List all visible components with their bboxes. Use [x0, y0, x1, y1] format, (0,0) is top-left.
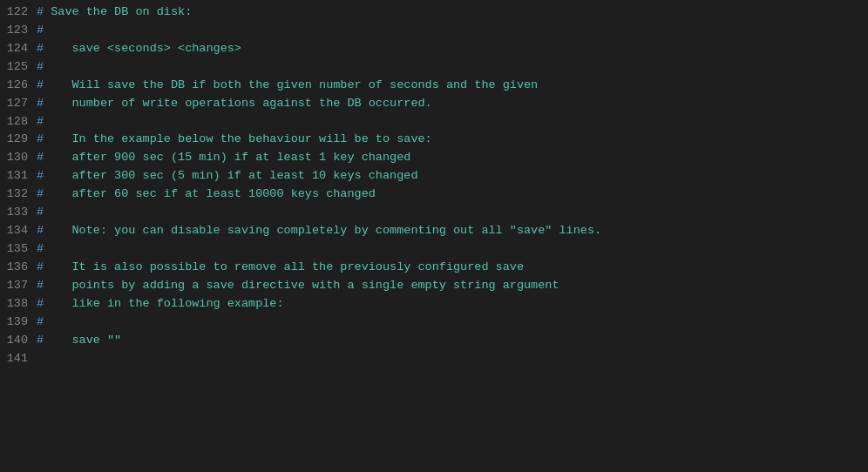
line-content: # number of write operations against the… — [37, 95, 432, 113]
line-number: 125 — [0, 58, 37, 77]
code-line: 136# It is also possible to remove all t… — [0, 259, 868, 277]
code-line: 128# — [0, 113, 868, 131]
hash-symbol: # — [37, 297, 44, 310]
code-line: 123# — [0, 22, 868, 40]
code-line: 140# save "" — [0, 332, 868, 350]
line-content: # after 300 sec (5 min) if at least 10 k… — [37, 167, 417, 185]
line-number: 135 — [0, 240, 37, 259]
line-content: # like in the following example: — [37, 295, 284, 314]
line-content: # points by adding a save directive with… — [37, 277, 559, 295]
line-number: 140 — [0, 332, 37, 350]
comment-text: after 900 sec (15 min) if at least 1 key… — [44, 151, 410, 164]
line-content: # — [37, 113, 44, 131]
line-number: 141 — [0, 350, 37, 368]
code-line: 126# Will save the DB if both the given … — [0, 77, 868, 95]
code-line: 133# — [0, 204, 868, 222]
comment-text: In the example below the behaviour will … — [44, 132, 432, 145]
line-content: # Will save the DB if both the given num… — [37, 77, 538, 95]
line-number: 129 — [0, 131, 37, 149]
line-number: 126 — [0, 77, 37, 95]
hash-symbol: # — [37, 97, 44, 110]
comment-text: save "" — [44, 334, 121, 347]
hash-symbol: # — [37, 5, 44, 18]
comment-text: points by adding a save directive with a… — [44, 279, 559, 292]
comment-text: It is also possible to remove all the pr… — [44, 260, 524, 273]
comment-text: Note: you can disable saving completely … — [44, 224, 601, 237]
line-number: 138 — [0, 295, 37, 314]
hash-symbol: # — [37, 224, 44, 237]
line-number: 132 — [0, 185, 37, 204]
line-content: # — [37, 314, 44, 332]
comment-text: Will save the DB if both the given numbe… — [44, 78, 538, 91]
code-line: 141 — [0, 350, 868, 368]
hash-symbol: # — [37, 78, 44, 91]
code-line: 130# after 900 sec (15 min) if at least … — [0, 149, 868, 167]
line-number: 137 — [0, 277, 37, 295]
hash-symbol: # — [37, 315, 44, 328]
line-content: # save "" — [37, 332, 121, 350]
line-content: # — [37, 240, 44, 259]
hash-symbol: # — [37, 60, 44, 73]
code-line: 125# — [0, 58, 868, 77]
hash-symbol: # — [37, 42, 44, 55]
hash-symbol: # — [37, 115, 44, 128]
code-line: 135# — [0, 240, 868, 259]
line-content: # after 60 sec if at least 10000 keys ch… — [37, 185, 376, 204]
hash-symbol: # — [37, 132, 44, 145]
comment-text: Save the DB on disk: — [44, 5, 192, 18]
hash-symbol: # — [37, 334, 44, 347]
line-content: # — [37, 204, 44, 222]
line-number: 134 — [0, 222, 37, 240]
hash-symbol: # — [37, 242, 44, 255]
comment-text: after 300 sec (5 min) if at least 10 key… — [44, 169, 417, 182]
comment-text: save <seconds> <changes> — [44, 42, 241, 55]
hash-symbol: # — [37, 187, 44, 200]
code-viewer: 122# Save the DB on disk:123#124# save <… — [0, 0, 868, 472]
code-line: 129# In the example below the behaviour … — [0, 131, 868, 149]
comment-text: number of write operations against the D… — [44, 97, 432, 110]
code-line: 122# Save the DB on disk: — [0, 3, 868, 22]
line-content: # Note: you can disable saving completel… — [37, 222, 601, 240]
code-line: 132# after 60 sec if at least 10000 keys… — [0, 185, 868, 204]
line-number: 133 — [0, 204, 37, 222]
code-line: 138# like in the following example: — [0, 295, 868, 314]
line-content: # It is also possible to remove all the … — [37, 259, 524, 277]
code-line: 124# save <seconds> <changes> — [0, 40, 868, 58]
line-content: # Save the DB on disk: — [37, 3, 192, 22]
hash-symbol: # — [37, 151, 44, 164]
code-line: 139# — [0, 314, 868, 332]
hash-symbol: # — [37, 24, 44, 37]
hash-symbol: # — [37, 260, 44, 273]
line-content: # after 900 sec (15 min) if at least 1 k… — [37, 149, 410, 167]
line-number: 131 — [0, 167, 37, 185]
line-number: 139 — [0, 314, 37, 332]
code-line: 131# after 300 sec (5 min) if at least 1… — [0, 167, 868, 185]
hash-symbol: # — [37, 279, 44, 292]
line-content: # save <seconds> <changes> — [37, 40, 241, 58]
line-number: 122 — [0, 3, 37, 22]
line-number: 123 — [0, 22, 37, 40]
code-line: 127# number of write operations against … — [0, 95, 868, 113]
code-line: 134# Note: you can disable saving comple… — [0, 222, 868, 240]
code-line: 137# points by adding a save directive w… — [0, 277, 868, 295]
line-number: 136 — [0, 259, 37, 277]
comment-text: like in the following example: — [44, 297, 283, 310]
line-number: 127 — [0, 95, 37, 113]
comment-text: after 60 sec if at least 10000 keys chan… — [44, 187, 376, 200]
line-number: 130 — [0, 149, 37, 167]
line-content: # — [37, 58, 44, 77]
line-content: # In the example below the behaviour wil… — [37, 131, 432, 149]
line-number: 124 — [0, 40, 37, 58]
hash-symbol: # — [37, 169, 44, 182]
line-number: 128 — [0, 113, 37, 131]
line-content: # — [37, 22, 44, 40]
hash-symbol: # — [37, 206, 44, 219]
